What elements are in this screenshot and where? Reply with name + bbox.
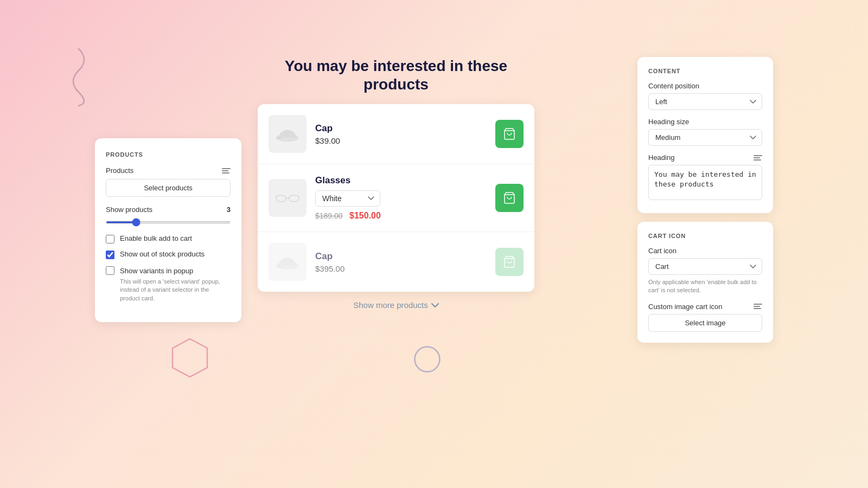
bulk-add-checkbox[interactable] xyxy=(106,235,114,243)
product-info-2: Glasses White Black Blue $189.00 $150.00 xyxy=(315,175,487,221)
cart-icon-note: Only applicable when 'enable bulk add to… xyxy=(648,278,762,295)
bulk-add-label: Enable bulk add to cart xyxy=(120,234,192,242)
product-sale-price-2: $150.00 xyxy=(349,211,381,220)
product-original-price-2: $189.00 xyxy=(315,211,343,220)
add-cart-btn-3[interactable] xyxy=(495,248,524,276)
heading-size-field: Heading size Small Medium Large xyxy=(648,118,762,146)
svg-rect-12 xyxy=(276,265,281,267)
heading-size-select[interactable]: Small Medium Large xyxy=(648,129,762,146)
product-card-list: Cap $39.00 xyxy=(258,104,534,292)
stack-icon[interactable] xyxy=(222,168,231,174)
cart-icon-select[interactable]: Cart Bag Plus xyxy=(648,258,762,275)
products-section-title: PRODUCTS xyxy=(106,151,231,158)
product-name-1: Cap xyxy=(315,123,487,134)
preview-heading: You may be interested in these products xyxy=(258,57,534,93)
cart-icon-2 xyxy=(503,191,516,204)
product-info-3: Cap $395.00 xyxy=(315,251,487,273)
product-img-1 xyxy=(269,115,307,153)
show-more-row: Show more products xyxy=(258,292,534,318)
cart-icon-field: Cart icon Cart Bag Plus Only applicable … xyxy=(648,247,762,295)
product-price-1: $39.00 xyxy=(315,136,487,145)
product-card-3: Cap $395.00 xyxy=(258,232,534,292)
custom-image-field: Custom image cart icon Select image xyxy=(648,303,762,332)
right-panels: CONTENT Content position Left Center Rig… xyxy=(637,57,773,343)
variants-popup-label: Show variants in popup xyxy=(120,267,193,275)
variants-popup-desc: This will open a 'select variant' popup,… xyxy=(120,278,231,303)
deco-hexagon xyxy=(168,336,212,380)
product-img-2 xyxy=(269,179,307,217)
svg-marker-0 xyxy=(173,339,207,377)
out-of-stock-row: Show out of stock products xyxy=(106,250,231,259)
cap-icon-3 xyxy=(276,250,299,274)
product-img-3 xyxy=(269,243,307,281)
content-panel: CONTENT Content position Left Center Rig… xyxy=(637,57,773,213)
select-products-button[interactable]: Select products xyxy=(106,179,231,197)
show-products-slider[interactable] xyxy=(106,221,231,223)
variant-dropdown-2[interactable]: White Black Blue xyxy=(315,190,380,207)
content-position-field: Content position Left Center Right xyxy=(648,82,762,110)
content-panel-title: CONTENT xyxy=(648,68,762,74)
custom-image-stack-icon[interactable] xyxy=(754,304,762,309)
deco-squiggle xyxy=(62,43,95,108)
select-image-button[interactable]: Select image xyxy=(648,314,762,332)
heading-field: Heading You may be interested in these p… xyxy=(648,153,762,202)
add-cart-btn-2[interactable] xyxy=(495,184,524,212)
chevron-down-icon xyxy=(431,303,439,308)
svg-rect-3 xyxy=(276,137,281,139)
out-of-stock-checkbox[interactable] xyxy=(106,251,114,259)
cart-icon-panel-title: CART ICON xyxy=(648,233,762,239)
show-products-label: Show products xyxy=(106,206,222,214)
variants-popup-checkbox[interactable] xyxy=(106,266,114,275)
cart-icon-3 xyxy=(503,255,516,268)
add-cart-btn-1[interactable] xyxy=(495,120,524,148)
product-card-1: Cap $39.00 xyxy=(258,104,534,164)
show-more-link[interactable]: Show more products xyxy=(353,300,439,310)
content-position-select[interactable]: Left Center Right xyxy=(648,93,762,110)
product-info-1: Cap $39.00 xyxy=(315,123,487,145)
variants-popup-row: Show variants in popup This will open a … xyxy=(106,266,231,303)
content-position-label: Content position xyxy=(648,82,762,90)
out-of-stock-label: Show out of stock products xyxy=(120,250,205,258)
products-panel: PRODUCTS Products Select products Show p… xyxy=(95,138,241,322)
product-price-3: $395.00 xyxy=(315,264,487,273)
heading-textarea[interactable]: You may be interested in these products xyxy=(648,165,762,200)
main-preview: You may be interested in these products … xyxy=(258,57,534,318)
products-field-label: Products xyxy=(106,166,231,175)
heading-label: Heading xyxy=(648,153,762,162)
show-products-count: 3 xyxy=(227,206,231,214)
svg-rect-6 xyxy=(289,195,299,201)
product-card-2: Glasses White Black Blue $189.00 $150.00 xyxy=(258,164,534,232)
custom-image-label: Custom image cart icon xyxy=(648,303,762,311)
heading-stack-icon[interactable] xyxy=(754,155,762,160)
product-name-3: Cap xyxy=(315,251,487,262)
cart-icon-label: Cart icon xyxy=(648,247,762,255)
bulk-add-row: Enable bulk add to cart xyxy=(106,234,231,243)
cap-icon-1 xyxy=(276,122,299,146)
heading-size-label: Heading size xyxy=(648,118,762,126)
product-name-2: Glasses xyxy=(315,175,487,186)
deco-circle xyxy=(412,344,442,374)
svg-rect-5 xyxy=(276,195,286,201)
cart-icon-panel: CART ICON Cart icon Cart Bag Plus Only a… xyxy=(637,222,773,343)
variant-select-2: White Black Blue xyxy=(315,190,487,207)
svg-point-1 xyxy=(415,347,440,372)
cart-icon-1 xyxy=(503,127,516,140)
glasses-icon xyxy=(276,190,299,206)
